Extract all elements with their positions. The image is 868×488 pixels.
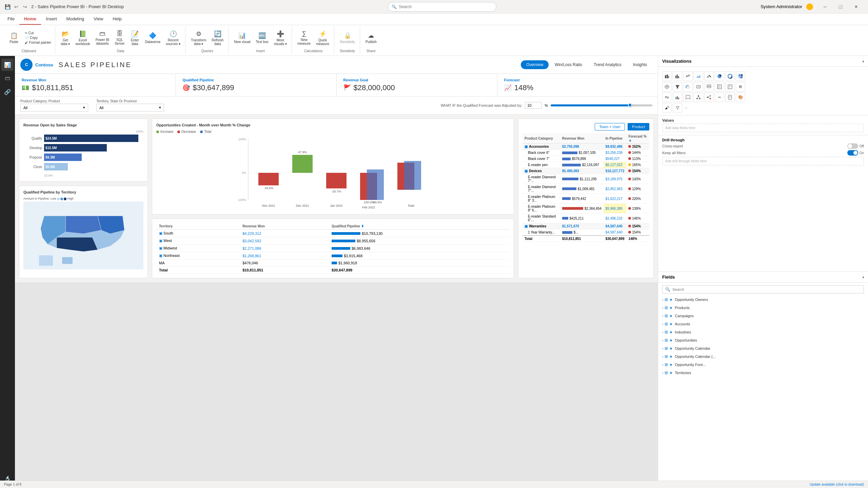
viz-matrix[interactable] (725, 82, 735, 92)
keep-all-filters-toggle[interactable]: On (847, 150, 864, 156)
fields-search-bar[interactable]: 🔍 (662, 285, 864, 293)
excel-button[interactable]: 📗 Excelworkbook (74, 29, 92, 47)
enter-data-button[interactable]: 📝 Enterdata (128, 29, 142, 47)
field-group-header-territories[interactable]: › ⊞ ★ Territories (661, 369, 865, 376)
viz-paint[interactable]: 🎨 (736, 93, 745, 102)
mom-legend: Increase Decrease Total (156, 130, 510, 134)
field-group-header-campaigns[interactable]: › ⊞ ★ Campaigns (661, 312, 865, 319)
viz-ribbon[interactable] (683, 93, 693, 102)
tab-insert[interactable]: Insert (41, 14, 62, 25)
tab-modeling[interactable]: Modeling (62, 14, 89, 25)
report-tab-overview[interactable]: Overview (521, 60, 549, 69)
cross-report-toggle[interactable]: Off (847, 143, 864, 149)
field-group-header-opp-calendar[interactable]: › ⊞ ★ Opportunity Calendar (661, 345, 865, 352)
viz-format-icon[interactable]: 🖌 (662, 103, 672, 113)
cross-report-switch[interactable] (847, 143, 858, 149)
field-group-header-opportunities[interactable]: › ⊞ ★ Opportunities (661, 337, 865, 344)
field-group-header-products[interactable]: › ⊞ ★ Products (661, 304, 865, 311)
tab-home[interactable]: Home (19, 14, 41, 25)
refresh-button[interactable]: 🔄 Refreshdata (210, 29, 225, 47)
viz-panel-collapse[interactable]: › (863, 59, 864, 64)
field-group-header-opp-calendar-2[interactable]: › ⊞ ★ Opportunity Calendar (... (661, 353, 865, 360)
field-group-header-industries[interactable]: › ⊞ ★ Industries (661, 329, 865, 336)
text-box-button[interactable]: 🔤 Text box (254, 30, 271, 45)
viz-line[interactable] (683, 72, 693, 81)
viz-scatter[interactable] (704, 72, 714, 81)
viz-waterfall[interactable] (673, 93, 682, 102)
powerbi-datasets-button[interactable]: 🗃 Power BIdatasets (94, 29, 112, 47)
opp-table-wrap[interactable]: Product Category Revenue Won In Pipeline… (522, 133, 649, 242)
redo-icon[interactable]: ↪ (22, 3, 28, 10)
viz-map[interactable] (662, 82, 672, 92)
us-map[interactable] (23, 202, 143, 269)
field-group-header-opp-owners[interactable]: › ⊞ ★ Opportunity Owners (661, 296, 865, 303)
tab-help[interactable]: Help (108, 14, 126, 25)
minimize-button[interactable]: ─ (817, 1, 833, 12)
copy-button[interactable]: 📄 Copy (24, 36, 52, 40)
sensitivity-button[interactable]: 🔒 Sensitivity (338, 30, 357, 45)
save-icon[interactable]: 💾 (4, 3, 11, 10)
toggle-team-user[interactable]: Team + User (595, 123, 625, 130)
viz-bar[interactable] (662, 72, 672, 81)
whatif-slider[interactable] (551, 104, 652, 106)
dataverse-button[interactable]: 🔷 Dataverse (143, 30, 163, 45)
report-tab-insights[interactable]: Insights (628, 60, 652, 69)
sql-server-button[interactable]: 🗄 SQLServer (113, 29, 126, 47)
paste-button[interactable]: 📋 Paste (5, 30, 22, 45)
field-group-header-opp-fore[interactable]: › ⊞ ★ Opportunity Fore... (661, 361, 865, 368)
viz-filter-icon[interactable]: ▽ (673, 103, 682, 113)
nav-data-icon[interactable]: 🗃 (1, 72, 14, 84)
nav-model-icon[interactable]: 🔗 (1, 86, 14, 98)
quick-measure-button[interactable]: ⚡ Quickmeasure (314, 29, 331, 47)
update-notice[interactable]: Update available (click to download) (810, 483, 864, 486)
tab-file[interactable]: File (3, 14, 19, 25)
field-group-header-accounts[interactable]: › ⊞ ★ Accounts (661, 321, 865, 327)
values-placeholder[interactable]: Add data fields here (662, 124, 864, 132)
recent-sources-button[interactable]: 🕐 Recentsources ▾ (164, 29, 182, 47)
undo-icon[interactable]: ↩ (13, 3, 20, 10)
bc7-pipeline: $549,227 (604, 156, 627, 162)
toggle-product[interactable]: Product (628, 123, 649, 130)
publish-button[interactable]: ☁ Publish (363, 30, 379, 45)
viz-pie[interactable] (715, 72, 724, 81)
viz-donut[interactable] (725, 72, 735, 81)
viz-table[interactable] (715, 82, 724, 92)
viz-multirow-card[interactable] (704, 82, 714, 92)
viz-r-script[interactable]: R (736, 82, 745, 92)
global-search-input[interactable] (399, 4, 493, 9)
report-tab-trend[interactable]: Trend Analytics (588, 60, 627, 69)
user-avatar[interactable] (806, 3, 813, 10)
fields-panel-collapse[interactable]: › (863, 274, 864, 280)
drill-through-placeholder[interactable]: Add drill-through fields here (662, 157, 864, 165)
filter-territory-select[interactable]: All ▾ (96, 104, 164, 111)
viz-python-script[interactable]: Py (662, 93, 672, 102)
viz-treemap[interactable] (736, 72, 745, 81)
viz-smart-narrative[interactable]: ✏ (715, 93, 724, 102)
keep-all-filters-switch[interactable] (847, 150, 858, 156)
more-visuals-button[interactable]: ➕ Morevisuals ▾ (272, 29, 289, 47)
viz-decomp-tree[interactable] (694, 93, 703, 102)
nav-report-icon[interactable]: 📊 (1, 59, 14, 71)
viz-column[interactable] (673, 72, 682, 81)
transform-data-button[interactable]: ⚙ Transformdata ▾ (189, 29, 208, 47)
global-search-bar[interactable]: 🔍 (388, 2, 496, 12)
viz-key-influencers[interactable] (704, 93, 714, 102)
cut-button[interactable]: ✂ Cut (24, 31, 52, 35)
tab-view[interactable]: View (89, 14, 108, 25)
new-measure-button[interactable]: ∑ Newmeasure (295, 29, 313, 47)
maximize-button[interactable]: ⬜ (833, 1, 848, 12)
fields-search-input[interactable] (672, 287, 861, 291)
whatif-input[interactable] (525, 102, 542, 109)
get-data-button[interactable]: 📂 Getdata ▾ (59, 29, 72, 47)
new-visual-button[interactable]: 📊 New visual (232, 30, 252, 45)
viz-card[interactable]: 123 (694, 82, 703, 92)
viz-gauge[interactable] (683, 82, 693, 92)
viz-more-link[interactable]: ··· (683, 104, 689, 111)
filter-product-select[interactable]: All ▾ (20, 104, 88, 111)
format-painter-button[interactable]: 🖌 Format painter (24, 40, 52, 45)
viz-area[interactable] (694, 72, 703, 81)
close-button[interactable]: ✕ (848, 1, 864, 12)
report-tab-winloss[interactable]: Win/Loss Ratio (549, 60, 588, 69)
viz-funnel[interactable] (673, 82, 682, 92)
viz-paginated-report[interactable] (725, 93, 735, 102)
